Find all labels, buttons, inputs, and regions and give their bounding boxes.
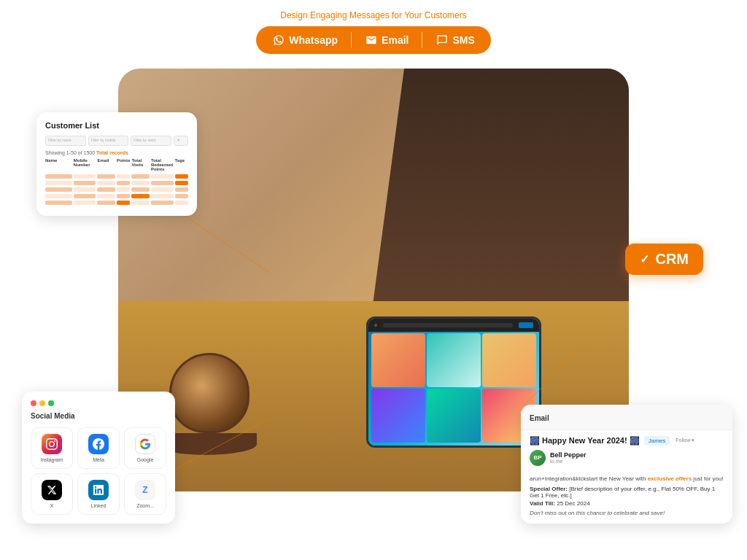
email-offer-text: Special Offer: [Brief description of you…	[530, 486, 724, 499]
customer-list-title: Customer List	[45, 121, 188, 130]
email-label: Email	[382, 34, 409, 46]
showing-text: Showing 1-50 of 1500 Total records	[45, 150, 188, 155]
tablet-cell-5	[427, 389, 481, 443]
email-valid-till: Valid Till: 25 Dec 2024	[530, 500, 724, 507]
custom-icon: Z	[135, 480, 155, 500]
linkedin-icon	[88, 480, 109, 500]
social-item-instagram[interactable]: Instagram	[31, 427, 73, 469]
email-card-header: Email	[521, 405, 732, 430]
social-item-meta[interactable]: Meta	[77, 427, 120, 469]
email-intro-text: arun+Integration&kickstart the New Year …	[530, 475, 724, 483]
divider-1	[351, 32, 352, 48]
tablet-cell-1	[371, 333, 425, 387]
col-points: Points	[117, 158, 130, 171]
tablet-cell-4	[371, 389, 425, 443]
sender-info: Bell Pepper to me	[550, 451, 724, 464]
sender-to: to me	[550, 459, 724, 464]
instagram-label: Instagram	[40, 457, 63, 462]
email-header-label: Email	[530, 414, 549, 422]
filter-email[interactable]: Filter by send	[131, 136, 171, 146]
divider-2	[422, 32, 422, 48]
sms-icon	[436, 34, 449, 47]
email-from-row: BP Bell Pepper to me	[521, 448, 732, 470]
recipient-tag: James	[644, 436, 670, 446]
google-label: Google	[137, 457, 154, 462]
filter-mobile[interactable]: Filter by mobile	[88, 136, 129, 146]
close-dot	[31, 400, 36, 406]
email-subject-row: 🎆 Happy New Year 2024! 🎆 James Follow ▾	[521, 430, 732, 448]
tablet-cell-2	[427, 333, 481, 387]
email-cta-text: Don't miss out on this chance to celebra…	[530, 510, 724, 516]
custom-label: Zoom...	[136, 503, 154, 508]
social-media-title: Social Media	[31, 412, 166, 420]
table-row	[45, 174, 188, 179]
meta-icon	[88, 434, 109, 454]
social-item-x[interactable]: X	[31, 473, 73, 515]
sender-avatar: BP	[530, 450, 546, 466]
social-item-custom[interactable]: Z Zoom...	[124, 473, 166, 515]
email-body: arun+Integration&kickstart the New Year …	[521, 470, 732, 524]
col-visits: Total Visits	[131, 158, 150, 171]
email-button[interactable]: Email	[360, 32, 413, 48]
col-tags: Tags	[175, 158, 188, 171]
sms-label: SMS	[452, 34, 474, 46]
window-dots	[31, 400, 166, 406]
page-header: Design Engaging Messages for Your Custom…	[256, 0, 491, 54]
x-icon	[42, 480, 62, 500]
social-media-card: Social Media Instagram Meta	[22, 392, 175, 524]
col-redeemed: Total Redeemed Points	[151, 158, 174, 171]
whatsapp-button[interactable]: Whatsapp	[268, 32, 342, 48]
minimize-dot	[39, 400, 45, 406]
table-row	[45, 194, 188, 198]
filter-gender[interactable]: ▼	[174, 136, 188, 146]
table-row	[45, 181, 188, 185]
col-email: Email	[97, 158, 115, 171]
social-item-google[interactable]: Google	[124, 427, 166, 469]
filter-name[interactable]: Filter by name	[45, 136, 86, 146]
email-icon	[365, 34, 378, 47]
crm-badge: ✓ CRM	[625, 244, 703, 275]
whatsapp-label: Whatsapp	[289, 34, 338, 46]
sender-name: Bell Pepper	[550, 451, 724, 459]
table-row	[45, 201, 188, 205]
social-platforms-grid: Instagram Meta	[31, 427, 166, 515]
linkedin-label: Linked	[91, 503, 107, 508]
x-label: X	[50, 503, 54, 508]
social-item-linkedin[interactable]: Linked	[77, 473, 120, 515]
whatsapp-icon	[272, 34, 285, 47]
follow-indicator: Follow ▾	[676, 438, 694, 443]
col-mobile: Mobile Number	[74, 158, 96, 171]
instagram-icon	[42, 434, 62, 454]
filter-row: Filter by name Filter by mobile Filter b…	[45, 136, 188, 146]
col-name: Name	[45, 158, 72, 171]
main-content: ✓ CRM Customer List Filter by name Filte…	[0, 54, 747, 560]
tablet	[366, 316, 541, 448]
meta-label: Meta	[93, 457, 104, 462]
customer-list-card: Customer List Filter by name Filter by m…	[36, 112, 197, 216]
sms-button[interactable]: SMS	[431, 32, 479, 48]
expand-dot	[48, 400, 54, 406]
valid-date: 25 Dec 2024	[557, 500, 589, 507]
email-subject: 🎆 Happy New Year 2024! 🎆	[530, 436, 640, 446]
table-header: Name Mobile Number Email Points Total Vi…	[45, 158, 188, 171]
channel-buttons-group: Whatsapp Email SMS	[256, 26, 491, 54]
tablet-cell-3	[482, 333, 536, 387]
email-card: Email 🎆 Happy New Year 2024! 🎆 James Fol…	[521, 405, 732, 524]
google-icon	[135, 434, 155, 454]
crm-check-icon: ✓	[640, 252, 649, 266]
total-records-label: Total records	[96, 150, 128, 155]
header-subtitle: Design Engaging Messages for Your Custom…	[256, 10, 491, 20]
table-row	[45, 187, 188, 192]
crm-label: CRM	[655, 251, 689, 268]
